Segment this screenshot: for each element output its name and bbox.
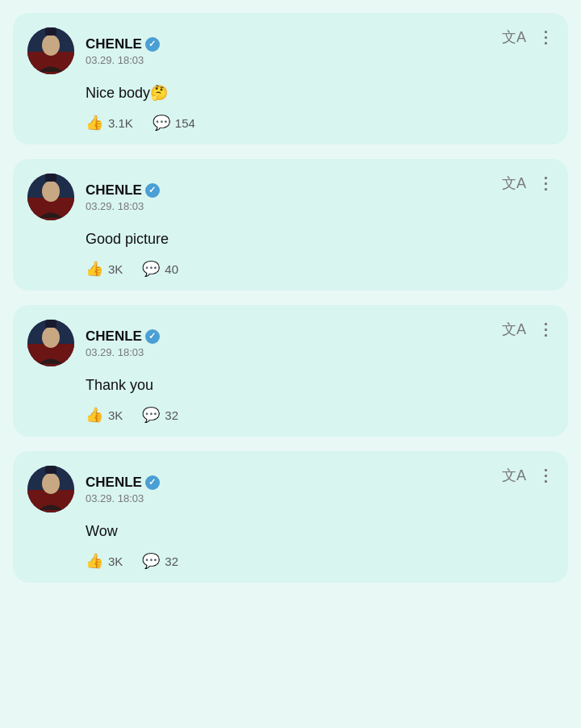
more-menu-icon[interactable]: ⋮ xyxy=(537,175,554,191)
post-meta: CHENLE ✓ 03.29. 18:03 xyxy=(86,328,160,358)
likes-stat[interactable]: 👍 3K xyxy=(86,260,123,278)
post-timestamp: 03.29. 18:03 xyxy=(86,200,160,212)
comment-icon: 💬 xyxy=(142,260,160,278)
like-count: 3K xyxy=(108,262,123,276)
post-card-3: CHENLE ✓ 03.29. 18:03 文A ⋮ Thank you 👍 3… xyxy=(13,305,568,437)
avatar[interactable] xyxy=(27,27,74,74)
verified-badge: ✓ xyxy=(145,37,160,52)
svg-point-14 xyxy=(42,473,60,494)
comments-stat[interactable]: 💬 32 xyxy=(142,406,178,424)
svg-rect-11 xyxy=(45,320,56,328)
svg-point-6 xyxy=(42,181,60,202)
verified-badge: ✓ xyxy=(145,329,160,344)
translate-icon[interactable]: 文A xyxy=(502,27,526,47)
comments-stat[interactable]: 💬 154 xyxy=(153,114,195,132)
comments-stat[interactable]: 💬 40 xyxy=(142,260,178,278)
svg-rect-3 xyxy=(45,27,56,36)
svg-point-2 xyxy=(42,35,60,56)
post-stats: 👍 3K 💬 32 xyxy=(86,552,554,570)
like-icon: 👍 xyxy=(86,552,103,570)
post-header: CHENLE ✓ 03.29. 18:03 文A ⋮ xyxy=(27,466,554,513)
like-count: 3.1K xyxy=(108,116,133,130)
post-actions: 文A ⋮ xyxy=(502,27,554,47)
post-header-left: CHENLE ✓ 03.29. 18:03 xyxy=(27,320,160,366)
more-menu-icon[interactable]: ⋮ xyxy=(537,29,554,45)
avatar[interactable] xyxy=(27,466,74,513)
like-icon: 👍 xyxy=(86,260,103,278)
post-content: Thank you xyxy=(86,374,554,396)
comment-icon: 💬 xyxy=(153,114,170,132)
post-timestamp: 03.29. 18:03 xyxy=(86,346,160,358)
author-line: CHENLE ✓ xyxy=(86,36,160,52)
comment-icon: 💬 xyxy=(142,552,160,570)
more-menu-icon[interactable]: ⋮ xyxy=(537,321,554,337)
svg-rect-15 xyxy=(45,466,56,474)
post-header-left: CHENLE ✓ 03.29. 18:03 xyxy=(27,27,160,74)
author-name: CHENLE xyxy=(86,182,142,199)
post-content: Wow xyxy=(86,521,554,542)
likes-stat[interactable]: 👍 3K xyxy=(86,552,123,570)
comment-count: 40 xyxy=(165,262,178,276)
author-name: CHENLE xyxy=(86,475,142,491)
verified-badge: ✓ xyxy=(145,183,160,198)
post-stats: 👍 3.1K 💬 154 xyxy=(86,114,554,132)
post-timestamp: 03.29. 18:03 xyxy=(86,492,160,504)
post-header: CHENLE ✓ 03.29. 18:03 文A ⋮ xyxy=(27,320,554,366)
comment-count: 32 xyxy=(165,554,178,568)
avatar[interactable] xyxy=(27,320,74,366)
svg-rect-7 xyxy=(45,174,56,182)
post-meta: CHENLE ✓ 03.29. 18:03 xyxy=(86,475,160,504)
author-line: CHENLE ✓ xyxy=(86,475,160,491)
post-card-4: CHENLE ✓ 03.29. 18:03 文A ⋮ Wow 👍 3K 💬 32 xyxy=(13,451,568,583)
like-count: 3K xyxy=(108,408,123,422)
like-count: 3K xyxy=(108,554,123,568)
like-icon: 👍 xyxy=(86,406,103,424)
post-content: Nice body🤔 xyxy=(86,82,554,104)
translate-icon[interactable]: 文A xyxy=(502,466,526,485)
comment-count: 154 xyxy=(175,116,195,130)
likes-stat[interactable]: 👍 3K xyxy=(86,406,123,424)
author-line: CHENLE ✓ xyxy=(86,328,160,345)
post-stats: 👍 3K 💬 40 xyxy=(86,260,554,278)
post-actions: 文A ⋮ xyxy=(502,466,554,485)
author-name: CHENLE xyxy=(86,36,142,52)
post-actions: 文A ⋮ xyxy=(502,320,554,339)
post-card-1: CHENLE ✓ 03.29. 18:03 文A ⋮ Nice body🤔 👍 … xyxy=(13,13,568,144)
post-header-left: CHENLE ✓ 03.29. 18:03 xyxy=(27,174,160,220)
post-header: CHENLE ✓ 03.29. 18:03 文A ⋮ xyxy=(27,174,554,220)
post-header-left: CHENLE ✓ 03.29. 18:03 xyxy=(27,466,160,513)
post-stats: 👍 3K 💬 32 xyxy=(86,406,554,424)
comments-stat[interactable]: 💬 32 xyxy=(142,552,178,570)
post-meta: CHENLE ✓ 03.29. 18:03 xyxy=(86,182,160,212)
author-name: CHENLE xyxy=(86,328,142,345)
post-header: CHENLE ✓ 03.29. 18:03 文A ⋮ xyxy=(27,27,554,74)
post-timestamp: 03.29. 18:03 xyxy=(86,54,160,66)
author-line: CHENLE ✓ xyxy=(86,182,160,199)
more-menu-icon[interactable]: ⋮ xyxy=(537,467,554,483)
translate-icon[interactable]: 文A xyxy=(502,320,526,339)
like-icon: 👍 xyxy=(86,114,103,132)
svg-point-10 xyxy=(42,327,60,348)
avatar[interactable] xyxy=(27,174,74,220)
comment-icon: 💬 xyxy=(142,406,160,424)
likes-stat[interactable]: 👍 3.1K xyxy=(86,114,133,132)
comment-count: 32 xyxy=(165,408,178,422)
post-meta: CHENLE ✓ 03.29. 18:03 xyxy=(86,36,160,66)
translate-icon[interactable]: 文A xyxy=(502,174,526,193)
post-actions: 文A ⋮ xyxy=(502,174,554,193)
post-content: Good picture xyxy=(86,228,554,250)
post-card-2: CHENLE ✓ 03.29. 18:03 文A ⋮ Good picture … xyxy=(13,159,568,291)
verified-badge: ✓ xyxy=(145,475,160,490)
